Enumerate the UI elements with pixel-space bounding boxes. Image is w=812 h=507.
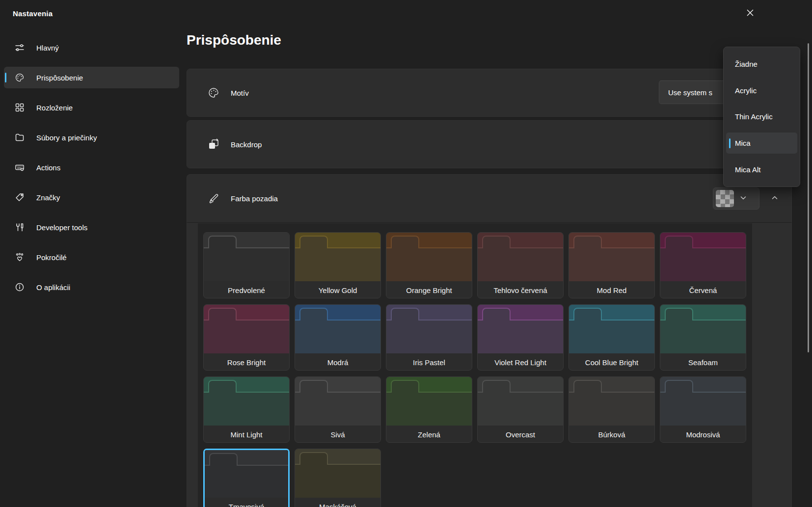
color-tile-červená[interactable]: Červená [660, 232, 746, 298]
color-tile-label: Červená [660, 281, 746, 298]
color-tile-búrková[interactable]: Búrková [568, 376, 655, 443]
window-title: Nastavenia [13, 9, 53, 18]
flyout-item-mica[interactable]: Mica [726, 133, 797, 154]
color-tile-predvolené[interactable]: Predvolené [203, 232, 290, 298]
flyout-item-mica-alt[interactable]: Mica Alt [726, 159, 797, 180]
color-tile-label: Mod Red [569, 281, 654, 298]
color-tile-zelená[interactable]: Zelená [386, 376, 472, 443]
sidebar-item-label: Prispôsobenie [36, 74, 83, 82]
vertical-scrollbar[interactable] [808, 43, 809, 352]
folder-color-icon [478, 305, 563, 353]
background-color-row: Farba pozadia [187, 174, 792, 223]
sidebar-item-files-folders[interactable]: Súbory a priečinky [4, 127, 179, 148]
theme-row-label: Motív [231, 89, 249, 97]
close-button[interactable] [738, 3, 762, 24]
color-tile-yellow-gold[interactable]: Yellow Gold [295, 232, 381, 298]
sidebar-item-personalization[interactable]: Prispôsobenie [4, 67, 179, 88]
color-tile-overcast[interactable]: Overcast [477, 376, 564, 443]
tag-icon [14, 191, 26, 203]
selection-indicator [5, 73, 6, 82]
folder-icon [14, 132, 26, 143]
tools-icon [14, 221, 26, 233]
sidebar-item-label: Značky [36, 193, 60, 202]
color-tile-maskáčová[interactable]: Maskáčová [295, 449, 381, 507]
color-tile-modrá[interactable]: Modrá [295, 304, 381, 371]
folder-color-icon [660, 305, 746, 353]
folder-color-icon [386, 233, 472, 281]
folder-color-icon [660, 233, 746, 281]
flyout-item-thin-acrylic[interactable]: Thin Acrylic [726, 107, 797, 128]
folder-color-icon [204, 305, 289, 353]
backdrop-icon [207, 138, 220, 151]
chevron-down-icon [740, 194, 747, 203]
sidebar-item-actions[interactable]: Actions [4, 157, 179, 178]
sidebar-item-dev-tools[interactable]: Developer tools [4, 216, 179, 238]
settings-window: Nastavenia HlavnýPrispôsobenieRozloženie… [0, 0, 812, 507]
color-tile-label: Cool Blue Bright [569, 353, 654, 371]
color-tile-iris-pastel[interactable]: Iris Pastel [386, 304, 472, 371]
flyout-item-žiadne[interactable]: Žiadne [726, 53, 797, 75]
color-tile-label: Mint Light [204, 426, 289, 443]
selection-indicator [729, 138, 731, 148]
sidebar-item-label: Súbory a priečinky [36, 133, 97, 142]
flyout-item-label: Mica [735, 139, 751, 147]
sidebar-item-tags[interactable]: Značky [4, 187, 179, 208]
flyout-item-acrylic[interactable]: Acrylic [726, 80, 797, 101]
color-tile-label: Overcast [478, 426, 563, 443]
flyout-item-label: Žiadne [735, 60, 758, 68]
color-tile-rose-bright[interactable]: Rose Bright [203, 304, 290, 371]
flyout-item-label: Acrylic [735, 86, 757, 95]
color-tile-mod-red[interactable]: Mod Red [568, 232, 655, 298]
flyout-item-label: Mica Alt [735, 165, 761, 174]
color-tile-orange-bright[interactable]: Orange Bright [386, 232, 472, 298]
keyboard-icon [14, 161, 26, 173]
color-tile-seafoam[interactable]: Seafoam [660, 304, 746, 371]
sidebar-item-label: Rozloženie [36, 104, 73, 112]
transparent-color-swatch[interactable] [716, 190, 734, 207]
color-tile-mint-light[interactable]: Mint Light [203, 376, 290, 443]
color-tile-label: Orange Bright [386, 281, 472, 298]
sidebar-item-label: Actions [36, 163, 60, 172]
color-tile-label: Modrá [295, 353, 380, 371]
color-tile-label: Yellow Gold [295, 281, 380, 298]
grid-icon [14, 102, 26, 113]
folder-color-icon [386, 377, 472, 426]
flyout-item-label: Thin Acrylic [735, 112, 773, 121]
color-tile-sivá[interactable]: Sivá [295, 376, 381, 443]
folder-color-icon [295, 233, 380, 281]
color-tile-violet-red-light[interactable]: Violet Red Light [477, 304, 564, 371]
backdrop-flyout: ŽiadneAcrylicThin AcrylicMicaMica Alt [723, 47, 800, 187]
sidebar-item-advanced[interactable]: Pokročilé [4, 246, 179, 268]
sidebar-item-label: Pokročilé [36, 253, 67, 262]
color-tile-label: Búrková [569, 426, 654, 443]
sliders-icon [14, 42, 26, 53]
folder-color-icon [660, 377, 746, 426]
folder-color-icon [205, 450, 288, 498]
paintbrush-icon [207, 192, 220, 205]
color-tile-cool-blue-bright[interactable]: Cool Blue Bright [568, 304, 655, 371]
backdrop-row-label: Backdrop [231, 140, 262, 149]
theme-combobox-value: Use system s [668, 88, 712, 97]
folder-color-icon [569, 305, 654, 353]
color-tile-tmavosivá[interactable]: Tmavosivá [203, 449, 290, 507]
color-tile-modrosivá[interactable]: Modrosivá [660, 376, 746, 443]
color-tile-tehlovo-červená[interactable]: Tehlovo červená [477, 232, 564, 298]
sidebar-item-layout[interactable]: Rozloženie [4, 97, 179, 118]
info-icon [14, 281, 26, 293]
sidebar-item-about[interactable]: O aplikácii [4, 276, 179, 298]
sidebar-item-main[interactable]: Hlavný [4, 37, 179, 58]
palette-icon [207, 86, 220, 99]
sidebar-item-label: Hlavný [36, 44, 59, 52]
expander-collapse-button[interactable] [764, 188, 785, 209]
palette-icon [14, 72, 26, 83]
folder-color-icon [569, 233, 654, 281]
background-color-split-button[interactable] [713, 187, 759, 210]
color-tile-label: Tmavosivá [205, 498, 288, 507]
folder-color-icon [204, 233, 289, 281]
folder-color-icon [204, 377, 289, 426]
page-title: Prispôsobenie [187, 32, 281, 48]
close-icon [746, 9, 754, 18]
folder-color-icon [295, 377, 380, 426]
backdrop-row: Backdrop [187, 120, 792, 168]
color-tile-label: Maskáčová [295, 498, 380, 507]
